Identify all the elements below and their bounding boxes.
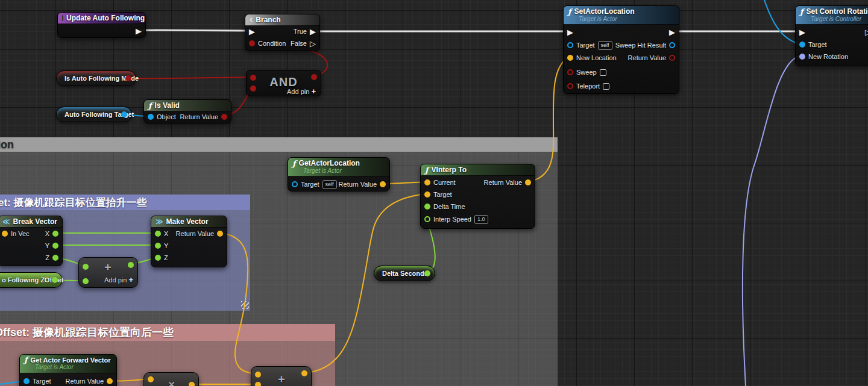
x-pin[interactable] xyxy=(155,231,161,237)
float-out-pin[interactable] xyxy=(52,277,58,283)
exec-out-pin[interactable]: ▷ xyxy=(865,28,868,36)
node-multiply[interactable]: × xyxy=(143,372,199,386)
target-pin[interactable] xyxy=(799,42,805,48)
node-title: Is Valid xyxy=(155,101,180,110)
object-out-pin[interactable] xyxy=(121,111,127,117)
target-pin[interactable] xyxy=(24,378,30,384)
node-is-auto-following-mode[interactable]: Is Auto Following Mode xyxy=(56,70,136,86)
comment-zoffset-header[interactable]: et: 摄像机跟踪目标位置抬升一些 xyxy=(0,195,250,210)
return-pin-label: Return Value xyxy=(66,378,104,385)
condition-pin[interactable] xyxy=(249,40,255,46)
comment-location-header[interactable]: ion xyxy=(0,137,558,152)
y-pin[interactable] xyxy=(155,243,161,249)
multiply-icon: × xyxy=(168,379,175,386)
object-pin[interactable] xyxy=(148,114,154,120)
z-pin[interactable] xyxy=(155,255,161,261)
node-is-valid[interactable]: ƒ Is Valid Object Return Value xyxy=(143,99,231,123)
comment-offset-title: Offset: 摄像机跟踪目标位置向后一些 xyxy=(0,325,174,340)
target-pin-label: Target xyxy=(301,181,319,188)
return-pin[interactable] xyxy=(221,114,227,120)
node-update-auto-following[interactable]: Update Auto Following ▶ xyxy=(57,12,146,38)
node-add-offset[interactable]: + Add pin + xyxy=(251,366,312,386)
teleport-pin[interactable] xyxy=(567,83,573,89)
return-pin[interactable] xyxy=(217,231,223,237)
node-add-z[interactable]: + Add pin + xyxy=(78,257,138,288)
current-pin[interactable] xyxy=(424,179,430,185)
node-title: Branch xyxy=(256,16,280,24)
float-out-pin[interactable] xyxy=(424,270,430,276)
add-pin-button[interactable]: Add pin + xyxy=(287,87,316,96)
sweep-pin[interactable] xyxy=(567,69,573,75)
target-pin[interactable] xyxy=(292,181,298,187)
in-vec-pin[interactable] xyxy=(2,231,8,237)
exec-out-pin[interactable]: ▶ xyxy=(669,28,675,36)
add-pin-button[interactable]: Add pin + xyxy=(104,275,133,284)
add-input-pin-1[interactable] xyxy=(255,372,261,378)
node-auto-following-target[interactable]: Auto Following Target xyxy=(56,107,132,122)
target-self-value[interactable]: self xyxy=(598,41,612,50)
bool-out-pin[interactable] xyxy=(125,75,131,81)
target-pin[interactable] xyxy=(424,191,430,198)
node-vinterp-to[interactable]: ƒ VInterp To Current Return Value Target… xyxy=(420,164,535,229)
node-make-vector[interactable]: ≫ Make Vector X Return Value Y Z xyxy=(151,216,227,267)
exec-false-pin[interactable]: ▷ xyxy=(310,40,316,48)
wire-bool-mode-to-and xyxy=(130,77,251,78)
plus-icon: + xyxy=(104,261,112,273)
new-location-pin[interactable] xyxy=(567,55,573,61)
z-pin[interactable] xyxy=(52,255,58,261)
branch-icon: ‹ xyxy=(250,14,253,24)
sweep-hit-result-pin[interactable] xyxy=(669,42,675,48)
sweep-checkbox[interactable] xyxy=(600,69,606,76)
exec-in-pin[interactable]: ▶ xyxy=(567,28,573,36)
x-pin-label: X xyxy=(45,230,49,237)
and-input-pin-1[interactable] xyxy=(250,75,256,81)
node-get-actor-forward-vector[interactable]: ƒ Get Actor Forward Vector Target is Act… xyxy=(19,354,117,386)
node-subtitle: Target is Controller xyxy=(811,16,868,22)
add-output-pin[interactable] xyxy=(128,262,134,268)
add-input-pin-2[interactable] xyxy=(83,278,89,284)
and-output-pin[interactable] xyxy=(311,74,317,80)
add-input-pin-2[interactable] xyxy=(255,382,261,386)
add-input-pin-1[interactable] xyxy=(83,264,89,270)
exec-in-pin[interactable]: ▶ xyxy=(799,28,805,36)
interp-speed-pin[interactable] xyxy=(424,216,430,222)
add-pin-plus-icon: + xyxy=(311,87,316,96)
node-branch[interactable]: ‹ Branch ▶ True ▶ Condition False ▷ xyxy=(245,14,320,51)
target-pin-label: Target xyxy=(576,42,595,49)
y-pin[interactable] xyxy=(52,243,58,249)
x-pin[interactable] xyxy=(52,231,58,237)
exec-true-pin[interactable]: ▶ xyxy=(310,28,316,36)
node-get-actor-location[interactable]: ƒ GetActorLocation Target is Actor Targe… xyxy=(288,157,390,191)
blueprint-graph-canvas[interactable]: ion et: 摄像机跟踪目标位置抬升一些 Offset: 摄像机跟踪目标位置向… xyxy=(0,0,868,386)
multiply-output-pin[interactable] xyxy=(189,382,195,386)
return-pin[interactable] xyxy=(669,55,675,61)
break-struct-icon: ≪ xyxy=(2,218,10,225)
interp-speed-value[interactable]: 1.0 xyxy=(474,215,488,224)
teleport-checkbox[interactable] xyxy=(603,83,609,90)
return-pin[interactable] xyxy=(525,179,531,185)
z-pin-label: Z xyxy=(45,254,49,261)
exec-out-pin[interactable]: ▶ xyxy=(136,27,142,35)
function-icon: ƒ xyxy=(425,166,429,174)
comment-zoffset-resize-handle[interactable] xyxy=(241,301,249,309)
and-input-pin-2[interactable] xyxy=(250,86,256,92)
exec-in-pin[interactable]: ▶ xyxy=(249,28,255,36)
node-break-vector[interactable]: ≪ Break Vector In Vec X Y Z xyxy=(0,216,63,266)
multiply-input-pin-1[interactable] xyxy=(148,376,154,382)
add-output-pin[interactable] xyxy=(301,370,307,376)
delta-time-label: Delta Time xyxy=(433,203,465,210)
return-pin[interactable] xyxy=(107,378,113,384)
node-and[interactable]: AND Add pin + xyxy=(246,70,321,96)
target-self-value[interactable]: self xyxy=(322,180,337,189)
node-delta-seconds[interactable]: Delta Seconds xyxy=(374,266,435,281)
node-set-actor-location[interactable]: ƒ SetActorLocation Target is Actor ▶ ▶ T… xyxy=(563,5,679,94)
target-pin[interactable] xyxy=(567,42,573,48)
new-rotation-pin[interactable] xyxy=(799,54,805,60)
node-subtitle: Target is Actor xyxy=(303,167,385,174)
node-set-control-rotation[interactable]: ƒ Set Control Rotation Target is Control… xyxy=(795,5,868,66)
function-icon: ƒ xyxy=(568,8,571,16)
node-auto-following-zoffset[interactable]: o Following ZOffset xyxy=(0,272,63,288)
comment-offset-header[interactable]: Offset: 摄像机跟踪目标位置向后一些 xyxy=(0,324,335,341)
return-pin[interactable] xyxy=(380,181,386,187)
delta-time-pin[interactable] xyxy=(424,204,430,210)
